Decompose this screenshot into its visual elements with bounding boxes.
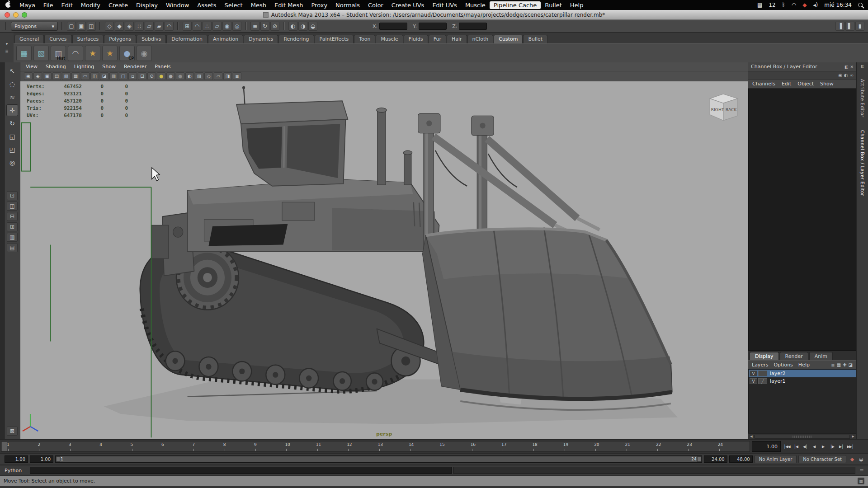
menu-normals[interactable]: Normals [331, 1, 364, 9]
step-back-frame-button[interactable]: │◀ [792, 442, 800, 451]
sidebar-tab-attribute-editor[interactable]: Attribute Editor [860, 79, 865, 117]
render-frame-icon[interactable]: ◐ [288, 22, 297, 31]
shelf-spike-tool-2[interactable]: ★ [102, 46, 118, 61]
panel-menu-view[interactable]: View [26, 64, 38, 70]
layer-tab-render[interactable]: Render [780, 352, 808, 360]
app-indicator-icon[interactable]: ◆ [802, 2, 807, 8]
display-count[interactable]: 12 [769, 2, 775, 8]
menu-bullet[interactable]: Bullet [541, 1, 566, 9]
layer-color-swatch[interactable] [758, 371, 767, 376]
shelf-tab-custom[interactable]: Custom [494, 35, 523, 43]
playback-end-field[interactable]: 24.00 [704, 455, 727, 463]
image-plane-icon[interactable]: ▧ [62, 72, 71, 80]
lighting-all-icon[interactable]: ● [157, 72, 165, 80]
help-line-icon[interactable]: ▦ [858, 478, 864, 484]
cb-menu-show[interactable]: Show [820, 81, 834, 87]
layout-single-pane[interactable]: ⊡ [7, 191, 18, 200]
scroll-left-icon[interactable]: ◀ [748, 435, 755, 438]
viewport-canvas[interactable]: RIGHT BACK [20, 81, 748, 439]
save-scene-icon[interactable]: ◫ [87, 22, 96, 31]
shelf-tab-rendering[interactable]: Rendering [278, 35, 314, 43]
select-tool[interactable]: ↖ [6, 65, 18, 77]
menu-create-uvs[interactable]: Create UVs [387, 1, 429, 9]
rotate-tool[interactable]: ↻ [6, 117, 18, 129]
paint-select-tool[interactable]: ≈ [6, 91, 18, 103]
menu-modify[interactable]: Modify [77, 1, 104, 9]
display-mirroring-icon[interactable]: ▤ [757, 2, 762, 8]
group-grip[interactable] [177, 22, 179, 30]
sidebar-tab-channel-box[interactable]: Channel Box / Layer Editor [860, 130, 865, 196]
character-set-button[interactable]: No Character Set [798, 455, 846, 463]
bulldozer-model[interactable] [140, 86, 672, 405]
panel-menu-panels[interactable]: Panels [155, 64, 170, 70]
shelf-poly-mirror-tool[interactable]: ▧ [33, 46, 49, 61]
lock-camera-icon[interactable]: ◈ [33, 72, 42, 80]
wireframe-on-shaded-icon[interactable]: ◇ [204, 72, 213, 80]
frame-all-icon[interactable]: ⊡ [138, 72, 146, 80]
create-empty-layer-icon[interactable]: ✚ [843, 362, 846, 367]
soft-modification-tool[interactable]: ◎ [6, 157, 18, 169]
bookmark-icon[interactable]: ▤ [52, 72, 61, 80]
lasso-select-tool[interactable]: ◌ [6, 78, 18, 90]
layer-menu-item[interactable]: Layers [752, 362, 768, 368]
select-hierarchy-icon[interactable]: ◇ [105, 22, 114, 31]
snap-curve-icon[interactable]: ◠ [193, 22, 202, 31]
shelf-tab-curves[interactable]: Curves [44, 35, 71, 43]
shelf-tab-painteffects[interactable]: PaintEffects [315, 35, 354, 43]
shelf-tab-toon[interactable]: Toon [354, 35, 375, 43]
layer-row-layer1[interactable]: V ╱ layer1 [749, 377, 856, 385]
shelf-tab-animation[interactable]: Animation [208, 35, 243, 43]
shelf-tab-ncloth[interactable]: nCloth [467, 35, 494, 43]
toggle-tool-settings-icon[interactable]: ▌ [845, 22, 854, 31]
range-slider-bar[interactable]: 1 24 [56, 456, 701, 462]
layout-two-pane-stacked[interactable]: ⊟ [7, 212, 18, 221]
frame-selected-icon[interactable]: ⊙ [147, 72, 156, 80]
step-forward-key-button[interactable]: │▶ [828, 442, 836, 451]
spotlight-icon[interactable] [858, 3, 863, 7]
script-editor-icon[interactable]: ≣ [857, 468, 866, 474]
group-grip[interactable] [99, 22, 101, 30]
layout-two-pane-side[interactable]: ◫ [7, 202, 18, 211]
resolution-gate-icon[interactable]: ◫ [90, 72, 99, 80]
xray-icon[interactable]: ▱ [214, 72, 222, 80]
ipr-render-icon[interactable]: ◑ [298, 22, 307, 31]
panel-menu-show[interactable]: Show [102, 64, 116, 70]
menu-create[interactable]: Create [104, 1, 132, 9]
go-to-start-button[interactable]: │◀◀ [783, 442, 791, 451]
shelf-tab-dynamics[interactable]: Dynamics [244, 35, 278, 43]
shelf-spike-tool-1[interactable]: ★ [85, 46, 100, 61]
layer-row-layer2[interactable]: V layer2 [749, 370, 856, 377]
wifi-icon[interactable]: ◠ [792, 2, 796, 8]
render-settings-icon[interactable]: ◒ [308, 22, 317, 31]
menu-edit-uvs[interactable]: Edit UVs [428, 1, 461, 9]
coordinate-input[interactable] [459, 23, 487, 30]
volume-icon[interactable]: ◂) [813, 2, 818, 8]
shadows-icon[interactable]: ◐ [185, 72, 194, 80]
textured-icon[interactable]: ▨ [195, 72, 203, 80]
group-grip[interactable] [283, 22, 285, 30]
layer-grid-icon[interactable]: ▦ [837, 362, 841, 367]
shelf-tab-fur[interactable]: Fur [429, 35, 446, 43]
shelf-tab-deformation[interactable]: Deformation [166, 35, 208, 43]
layer-menu-item[interactable]: Help [798, 362, 810, 368]
panel-menu-shading[interactable]: Shading [46, 64, 66, 70]
menu-window[interactable]: Window [162, 1, 193, 9]
shelf-sphere-tool[interactable]: ◉ [137, 46, 152, 61]
input-operations-icon[interactable]: ≡ [250, 22, 259, 31]
shelf-tab-subdivs[interactable]: Subdivs [137, 35, 166, 43]
group-grip[interactable] [61, 22, 63, 30]
animation-start-field[interactable]: 1.00 [5, 455, 28, 463]
shelf-tab-selector-icon[interactable]: ▾ [6, 42, 8, 46]
field-chart-icon[interactable]: ▥ [109, 72, 118, 80]
menu-pipeline-cache[interactable]: Pipeline Cache [490, 1, 541, 9]
group-grip[interactable] [5, 22, 7, 30]
anim-layer-button[interactable]: No Anim Layer [755, 455, 797, 463]
channel-mode-icon[interactable]: ∞ [850, 73, 854, 78]
snap-view-plane-icon[interactable]: ▱ [212, 22, 222, 31]
shelf-tab-polygons[interactable]: Polygons [104, 35, 136, 43]
select-curves-icon[interactable]: ◠ [165, 22, 174, 31]
play-forwards-button[interactable]: ▶ [819, 442, 827, 451]
coordinate-input[interactable] [419, 23, 447, 30]
float-panel-icon[interactable]: ◧ [844, 65, 849, 69]
menu-muscle[interactable]: Muscle [461, 1, 490, 9]
